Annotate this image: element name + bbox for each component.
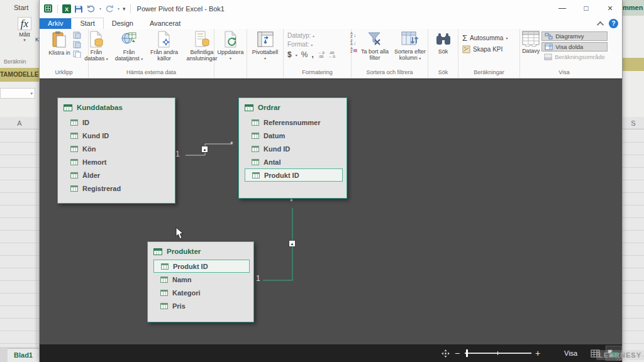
relationship-kunddatabas-ordrar[interactable] xyxy=(186,144,232,155)
close-button[interactable]: × xyxy=(598,0,622,17)
create-kpi-label: Skapa KPI xyxy=(473,46,502,53)
relationship-direction-arrow[interactable]: ▲ xyxy=(201,146,208,153)
chevron-down-icon[interactable]: ▾ xyxy=(296,53,297,57)
screen: Start fx Mått ▾ K Beräknin TAMODELLEN ▾ … xyxy=(0,0,644,362)
field-row[interactable]: Kund ID xyxy=(70,129,172,142)
zoom-slider[interactable] xyxy=(465,353,531,354)
fit-to-screen-label[interactable]: Visa xyxy=(564,349,577,357)
paste-label: Klistra in xyxy=(48,50,71,56)
undo-icon[interactable] xyxy=(86,4,96,13)
calculation-area-icon xyxy=(544,53,552,60)
paste-replace-icon[interactable] xyxy=(73,41,81,48)
diagram-view-button[interactable]: Diagramvy xyxy=(541,31,608,41)
zoom-slider-thumb[interactable] xyxy=(466,349,468,357)
excel-sheet-tab[interactable]: Blad1 xyxy=(8,348,39,362)
chevron-down-icon[interactable]: ▾ xyxy=(99,6,101,11)
diagram-canvas[interactable]: ▲ ▲ 1 * * 1 Kunddatabas ID Kund ID Kön H… xyxy=(40,79,622,344)
field-row-selected[interactable]: Produkt ID xyxy=(245,168,343,182)
thousands-button[interactable]: , xyxy=(311,50,313,59)
field-row[interactable]: Kön xyxy=(70,142,172,155)
search-button[interactable]: Sök xyxy=(434,30,453,69)
from-dataservice-button[interactable]: Från datatjänst ▾ xyxy=(112,30,146,69)
zoom-out-button[interactable]: − xyxy=(455,348,460,358)
datatype-dropdown[interactable]: Datatyp: ▾ xyxy=(287,32,335,39)
chevron-down-icon[interactable]: ▾ xyxy=(118,6,119,11)
refresh-button[interactable]: Uppdatera ▾ xyxy=(216,30,245,69)
relationship-produkter-ordrar[interactable] xyxy=(263,208,292,280)
paste-special-icon[interactable] xyxy=(73,31,81,39)
field-row[interactable]: Registrerad xyxy=(70,182,172,195)
mouse-cursor xyxy=(175,227,184,239)
tab-avancerat[interactable]: Avancerat xyxy=(142,18,189,29)
qat-customize-icon[interactable]: ▾ xyxy=(123,6,126,12)
cardinality-many: * xyxy=(230,140,233,149)
excel-column-header[interactable]: A xyxy=(0,117,39,129)
quick-access-toolbar: X ▾ ▾ ▾ xyxy=(43,4,132,13)
field-row[interactable]: Referensnummer xyxy=(252,116,343,129)
redo-icon[interactable] xyxy=(104,4,114,13)
field-row[interactable]: Kategori xyxy=(160,286,250,299)
sort-descending-icon[interactable]: ZA↓ xyxy=(350,40,357,46)
field-row[interactable]: Datum xyxy=(252,129,343,142)
field-row[interactable]: Pris xyxy=(160,299,250,312)
table-header[interactable]: Ordrar xyxy=(239,98,347,114)
search-label: Sök xyxy=(438,48,448,55)
minimize-button[interactable]: — xyxy=(550,0,574,17)
field-row[interactable]: Ålder xyxy=(70,168,172,182)
title-bar: X ▾ ▾ ▾ Power Pivot för Excel - Bok1 — □… xyxy=(40,0,622,17)
format-dropdown[interactable]: Format: ▾ xyxy=(287,41,335,48)
save-icon[interactable] xyxy=(74,4,83,13)
table-card-kunddatabas[interactable]: Kunddatabas ID Kund ID Kön Hemort Ålder … xyxy=(57,97,175,204)
sort-ascending-icon[interactable]: AZ↓ xyxy=(350,32,357,38)
increase-decimals-icon[interactable]: →.0.00 xyxy=(318,51,325,58)
maximize-button[interactable]: □ xyxy=(574,0,598,17)
create-kpi-button[interactable]: Skapa KPI xyxy=(462,45,508,53)
excel-measure-button[interactable]: fx Mått ▾ xyxy=(14,18,35,43)
clear-sort-icon[interactable]: AZ xyxy=(350,47,357,53)
collapse-ribbon-icon[interactable] xyxy=(597,21,604,28)
show-hidden-button[interactable]: Visa dolda xyxy=(541,42,608,52)
table-card-ordrar[interactable]: Ordrar Referensnummer Datum Kund ID Anta… xyxy=(238,97,347,199)
field-row[interactable]: Namn xyxy=(160,273,250,286)
clear-all-filters-button[interactable]: Ta bort alla filter xyxy=(359,30,391,69)
field-row-selected[interactable]: Produkt ID xyxy=(153,260,250,273)
field-row[interactable]: Kund ID xyxy=(252,142,343,155)
show-hidden-icon xyxy=(545,43,553,50)
field-row[interactable]: Hemort xyxy=(70,155,172,168)
from-other-sources-button[interactable]: Från andra källor xyxy=(147,30,182,69)
help-icon[interactable]: ? xyxy=(609,19,618,28)
percent-button[interactable]: % xyxy=(301,50,308,59)
excel-comments-fragment: mmen xyxy=(623,0,644,16)
pan-icon[interactable] xyxy=(441,349,450,358)
field-label: Registrerad xyxy=(82,185,121,192)
field-label: Datum xyxy=(264,132,285,140)
tab-arkiv[interactable]: Arkiv xyxy=(40,18,71,29)
excel-start-tab[interactable]: Start xyxy=(14,4,28,11)
table-header[interactable]: Produkter xyxy=(148,242,253,258)
table-card-produkter[interactable]: Produkter Produkt ID Namn Kategori Pris xyxy=(147,241,254,322)
tab-start[interactable]: Start xyxy=(71,18,103,29)
field-row[interactable]: ID xyxy=(70,116,172,129)
calculation-area-label: Beräkningsområde xyxy=(555,53,605,60)
excel-name-box[interactable]: ▾ xyxy=(0,88,35,99)
table-header[interactable]: Kunddatabas xyxy=(58,98,175,114)
group-label-view: Visa xyxy=(520,69,608,78)
zoom-in-button[interactable]: + xyxy=(535,348,540,358)
from-database-button[interactable]: Från databas ▾ xyxy=(81,30,111,69)
excel-app-icon[interactable]: X xyxy=(62,4,71,13)
autosum-label: Autosumma xyxy=(470,35,503,41)
field-row[interactable]: Antal xyxy=(252,155,343,168)
sort-by-column-button[interactable]: Sortera efter kolumn ▾ xyxy=(391,30,429,69)
calculation-area-button[interactable]: Beräkningsområde xyxy=(541,53,608,61)
autosum-button[interactable]: Σ Autosumma ▾ xyxy=(462,33,508,43)
excel-column-header[interactable]: S xyxy=(623,117,644,129)
paste-button[interactable]: Klistra in xyxy=(47,30,72,69)
decrease-decimals-icon[interactable]: .00→.0 xyxy=(328,51,335,58)
currency-button[interactable]: $ xyxy=(287,50,292,59)
relationship-direction-arrow[interactable]: ▲ xyxy=(289,240,296,247)
group-spacer xyxy=(214,69,247,78)
pivottable-button[interactable]: Pivottabell ▾ xyxy=(251,30,280,69)
data-view-button[interactable]: Datavy xyxy=(521,30,541,69)
copy-icon[interactable] xyxy=(73,50,81,58)
tab-design[interactable]: Design xyxy=(104,18,142,29)
